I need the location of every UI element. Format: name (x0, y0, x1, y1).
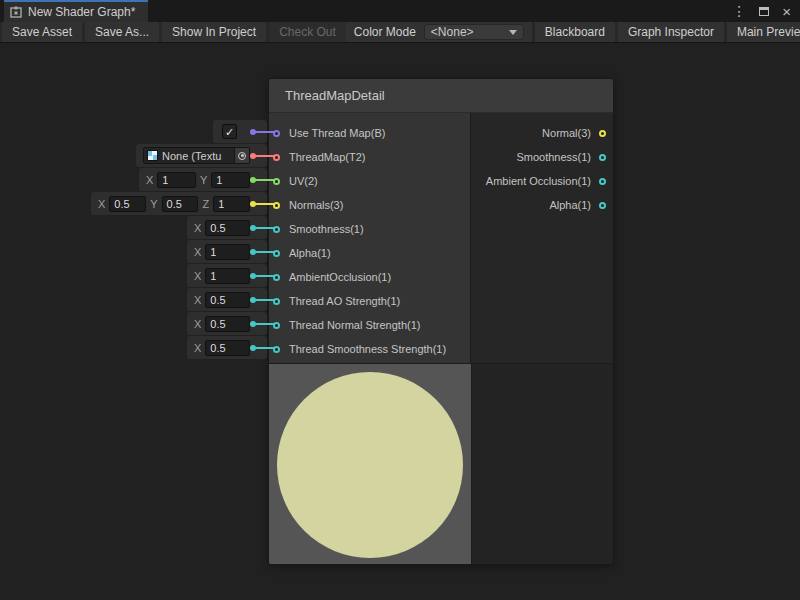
tab-title: New Shader Graph* (28, 5, 135, 19)
window-controls: ⋮ × (732, 0, 791, 22)
node-body: Use Thread Map(B)ThreadMap(T2)UV(2)Norma… (269, 113, 613, 363)
toolbar-button-graph-inspector[interactable]: Graph Inspector (618, 22, 724, 42)
output-port-ambient-occlusion-1: Ambient Occlusion(1) (471, 169, 613, 193)
toolbar-right-group: Color Mode <None> BlackboardGraph Inspec… (346, 22, 800, 42)
output-ports-column: Normal(3)Smoothness(1)Ambient Occlusion(… (471, 113, 613, 363)
vector-field[interactable]: 1 (213, 196, 250, 212)
input-port-thread-ao-strength-1: Thread AO Strength(1) (269, 289, 470, 313)
toolbar-button-show-in-project[interactable]: Show In Project (162, 22, 266, 42)
shader-graph-icon (10, 6, 22, 18)
input-port-threadmap-t2: ThreadMap(T2) (269, 145, 470, 169)
axis-label: X (194, 246, 201, 258)
input-port-thread-normal-strength-1: Thread Normal Strength(1) (269, 313, 470, 337)
output-port-smoothness-1: Smoothness(1) (471, 145, 613, 169)
chevron-down-icon (509, 30, 517, 35)
input-port-thread-smoothness-strength-1: Thread Smoothness Strength(1) (269, 337, 470, 361)
node-preview-filler (471, 364, 613, 565)
output-port-ring[interactable] (599, 178, 606, 185)
input-port-label: Thread Smoothness Strength(1) (289, 343, 446, 355)
texture-object-field[interactable]: None (Textu (143, 147, 250, 164)
input-port-label: ThreadMap(T2) (289, 151, 365, 163)
input-port-alpha-1: Alpha(1) (269, 241, 470, 265)
input-port-label: Thread AO Strength(1) (289, 295, 400, 307)
input-port-ring[interactable] (273, 178, 280, 185)
toolbar-button-save-as[interactable]: Save As... (85, 22, 159, 42)
axis-label: X (194, 318, 201, 330)
toolbar-button-main-preview[interactable]: Main Preview (727, 22, 800, 42)
input-port-ring[interactable] (273, 250, 280, 257)
input-port-label: AmbientOcclusion(1) (289, 271, 391, 283)
toolbar-button-blackboard[interactable]: Blackboard (535, 22, 615, 42)
menu-icon[interactable]: ⋮ (732, 4, 746, 18)
input-port-label: UV(2) (289, 175, 318, 187)
axis-label: X (194, 270, 201, 282)
texture-field-value: None (Textu (162, 150, 234, 162)
output-port-ring[interactable] (599, 202, 606, 209)
input-port-ring[interactable] (273, 346, 280, 353)
vector-field[interactable]: 0.5 (205, 340, 250, 356)
axis-label: X (194, 222, 201, 234)
input-port-label: Smoothness(1) (289, 223, 364, 235)
axis-label: Z (202, 198, 209, 210)
maximize-icon[interactable] (759, 7, 769, 16)
close-icon[interactable]: × (782, 4, 791, 19)
input-port-label: Normals(3) (289, 199, 343, 211)
node-preview-section (269, 363, 613, 565)
vector-field[interactable]: 0.5 (205, 220, 250, 236)
object-picker-dot (241, 154, 244, 157)
output-port-label: Ambient Occlusion(1) (486, 175, 591, 187)
vector-field[interactable]: 1 (157, 172, 196, 188)
axis-label: X (98, 198, 105, 210)
shader-graph-window: New Shader Graph* ⋮ × Save AssetSave As.… (0, 0, 800, 600)
color-mode-dropdown[interactable]: <None> (424, 24, 524, 40)
tab-new-shader-graph[interactable]: New Shader Graph* (4, 0, 148, 22)
input-widget-uv-2: X1Y1 (139, 168, 267, 191)
tab-bar: New Shader Graph* ⋮ × (0, 0, 800, 22)
preview-sphere (277, 372, 463, 558)
axis-label: X (194, 342, 201, 354)
input-port-ring[interactable] (273, 274, 280, 281)
axis-label: X (194, 294, 201, 306)
vector-field[interactable]: 0.5 (162, 196, 199, 212)
texture-icon (147, 150, 158, 161)
input-ports-column: Use Thread Map(B)ThreadMap(T2)UV(2)Norma… (269, 113, 471, 363)
output-port-ring[interactable] (599, 154, 606, 161)
vector-field[interactable]: 0.5 (205, 316, 250, 332)
input-port-use-thread-map-b: Use Thread Map(B) (269, 121, 470, 145)
vector-field[interactable]: 1 (205, 268, 250, 284)
input-port-ring[interactable] (273, 202, 280, 209)
input-port-ring[interactable] (273, 130, 280, 137)
output-port-normal-3: Normal(3) (471, 121, 613, 145)
input-port-uv-2: UV(2) (269, 169, 470, 193)
checkbox[interactable]: ✓ (222, 124, 237, 139)
color-mode-group: Color Mode <None> (346, 22, 532, 42)
toolbar-button-save-asset[interactable]: Save Asset (2, 22, 82, 42)
input-widget-normals-3: X0.5Y0.5Z1 (91, 192, 267, 215)
output-port-label: Smoothness(1) (516, 151, 591, 163)
input-port-ring[interactable] (273, 226, 280, 233)
vector-field[interactable]: 0.5 (109, 196, 146, 212)
vector-field[interactable]: 1 (205, 244, 250, 260)
input-port-ring[interactable] (273, 154, 280, 161)
input-port-ring[interactable] (273, 298, 280, 305)
node-preview (269, 364, 471, 565)
output-port-label: Normal(3) (542, 127, 591, 139)
input-port-label: Alpha(1) (289, 247, 331, 259)
toolbar: Save AssetSave As...Show In ProjectCheck… (0, 22, 800, 43)
color-mode-value: <None> (431, 25, 474, 39)
color-mode-label: Color Mode (354, 25, 416, 39)
input-port-normals-3: Normals(3) (269, 193, 470, 217)
input-port-label: Thread Normal Strength(1) (289, 319, 420, 331)
node-title[interactable]: ThreadMapDetail (269, 79, 613, 113)
input-widget-threadmap-t2: None (Textu (136, 144, 267, 167)
input-port-ambientocclusion-1: AmbientOcclusion(1) (269, 265, 470, 289)
node-threadmapdetail[interactable]: ThreadMapDetail Use Thread Map(B)ThreadM… (268, 78, 614, 565)
vector-field[interactable]: 1 (211, 172, 250, 188)
object-picker-icon[interactable] (234, 147, 249, 164)
output-port-label: Alpha(1) (549, 199, 591, 211)
vector-field[interactable]: 0.5 (205, 292, 250, 308)
input-port-ring[interactable] (273, 322, 280, 329)
graph-canvas[interactable]: ThreadMapDetail Use Thread Map(B)ThreadM… (0, 43, 800, 600)
toolbar-left-group: Save AssetSave As...Show In ProjectCheck… (0, 22, 346, 42)
output-port-ring[interactable] (599, 130, 606, 137)
